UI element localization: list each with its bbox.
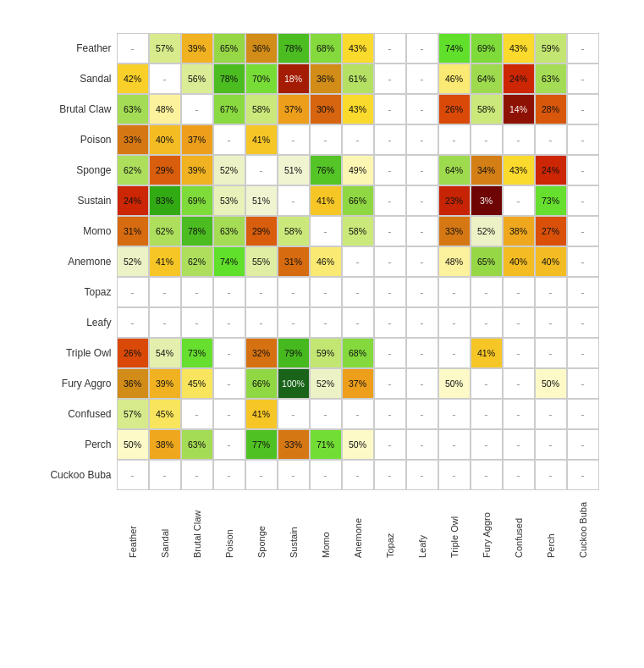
heatmap-cell: 3% (471, 185, 503, 216)
heatmap-cell: - (535, 429, 567, 460)
heatmap-cell: - (374, 338, 406, 368)
heatmap-cell: - (117, 307, 149, 338)
heatmap-cell: 39% (181, 155, 213, 185)
heatmap-cell: 41% (149, 246, 181, 277)
col-label-wrap: Leafy (406, 490, 438, 558)
heatmap-cell: - (503, 185, 535, 216)
row-label: Momo (49, 216, 117, 246)
heatmap-cell: - (245, 277, 278, 307)
col-label: Anemone (353, 490, 363, 558)
grid-row: 24%83%69%53%51%-41%66%--23%3%-73%- (117, 185, 599, 216)
row-label: Triple Owl (49, 338, 117, 368)
heatmap-cell: 65% (471, 246, 503, 277)
heatmap-cell: 40% (535, 246, 567, 277)
heatmap-cell: 29% (245, 216, 278, 246)
heatmap-cell: 41% (310, 185, 342, 216)
heatmap-cell: - (406, 368, 438, 399)
heatmap-cell: - (245, 307, 278, 338)
heatmap-cell: - (117, 460, 149, 490)
heatmap-cell: - (374, 33, 406, 63)
heatmap-cell: 62% (117, 155, 149, 185)
heatmap-cell: - (181, 399, 213, 429)
heatmap-cell: 43% (503, 155, 535, 185)
heatmap-cell: 71% (310, 429, 342, 460)
heatmap-cell: - (567, 216, 599, 246)
heatmap-grid: -57%39%65%36%78%68%43%--74%69%43%59%-42%… (117, 33, 599, 490)
col-label-wrap: Feather (117, 490, 149, 558)
heatmap-cell: - (117, 33, 149, 63)
col-label: Momo (321, 490, 331, 558)
heatmap-cell: 50% (535, 368, 567, 399)
grid-row: --------------- (117, 307, 599, 338)
grid-row: --------------- (117, 277, 599, 307)
heatmap-cell: 52% (310, 368, 342, 399)
heatmap-cell: 26% (117, 338, 149, 368)
heatmap-cell: 58% (278, 216, 310, 246)
heatmap-cell: - (342, 399, 374, 429)
heatmap-cell: 30% (310, 94, 342, 124)
grid-row: 36%39%45%-66%100%52%37%--50%--50%- (117, 368, 599, 399)
heatmap-cell: - (278, 307, 310, 338)
heatmap-cell: - (213, 460, 245, 490)
heatmap-cell: - (213, 368, 245, 399)
row-labels: FeatherSandalBrutal ClawPoisonSpongeSust… (49, 33, 117, 490)
heatmap-cell: 55% (245, 246, 278, 277)
heatmap-cell: 62% (149, 216, 181, 246)
heatmap-cell: - (567, 307, 599, 338)
col-label-wrap: Fury Aggro (471, 490, 503, 558)
col-label-wrap: Sandal (149, 490, 181, 558)
heatmap-cell: - (278, 185, 310, 216)
row-label: Cuckoo Buba (49, 460, 117, 490)
heatmap-cell: - (406, 429, 438, 460)
heatmap-cell: - (567, 429, 599, 460)
heatmap-cell: 27% (535, 216, 567, 246)
heatmap-cell: - (374, 63, 406, 94)
heatmap-cell: 48% (149, 94, 181, 124)
heatmap-cell: 54% (149, 338, 181, 368)
heatmap-cell: - (342, 124, 374, 155)
heatmap-cell: 34% (471, 155, 503, 185)
grid-row: 63%48%-67%58%37%30%43%--26%58%14%28%- (117, 94, 599, 124)
col-label-wrap: Momo (310, 490, 342, 558)
heatmap-cell: 18% (278, 63, 310, 94)
heatmap-cell: 68% (342, 338, 374, 368)
heatmap-cell: 78% (181, 216, 213, 246)
heatmap-cell: 63% (181, 429, 213, 460)
heatmap-cell: - (310, 216, 342, 246)
heatmap-cell: - (213, 124, 245, 155)
heatmap-cell: - (406, 399, 438, 429)
heatmap-cell: - (567, 94, 599, 124)
heatmap-cell: - (374, 277, 406, 307)
heatmap-cell: 78% (213, 63, 245, 94)
heatmap-cell: 32% (245, 338, 278, 368)
heatmap-cell: 59% (535, 33, 567, 63)
grid-row: -57%39%65%36%78%68%43%--74%69%43%59%- (117, 33, 599, 63)
heatmap-cell: - (567, 185, 599, 216)
col-label: Leafy (417, 490, 427, 558)
heatmap-cell: - (406, 124, 438, 155)
heatmap-cell: 33% (438, 216, 471, 246)
heatmap-cell: 37% (181, 124, 213, 155)
heatmap-cell: 65% (213, 33, 245, 63)
heatmap-cell: - (471, 124, 503, 155)
heatmap-cell: - (213, 399, 245, 429)
heatmap-cell: - (567, 155, 599, 185)
heatmap-cell: - (149, 460, 181, 490)
heatmap-cell: - (149, 307, 181, 338)
row-label: Sustain (49, 185, 117, 216)
heatmap-cell: - (278, 460, 310, 490)
heatmap-cell: 40% (149, 124, 181, 155)
col-label: Sandal (160, 490, 170, 558)
col-label: Confused (514, 490, 524, 558)
heatmap-cell: - (567, 124, 599, 155)
heatmap-cell: - (438, 124, 471, 155)
heatmap-cell: - (342, 460, 374, 490)
heatmap-cell: - (310, 307, 342, 338)
heatmap-cell: 56% (181, 63, 213, 94)
col-label: Topaz (385, 490, 395, 558)
heatmap-cell: - (535, 307, 567, 338)
heatmap-cell: 51% (245, 185, 278, 216)
col-label: Cuckoo Buba (578, 490, 588, 558)
heatmap-cell: - (213, 429, 245, 460)
heatmap-cell: 37% (278, 94, 310, 124)
